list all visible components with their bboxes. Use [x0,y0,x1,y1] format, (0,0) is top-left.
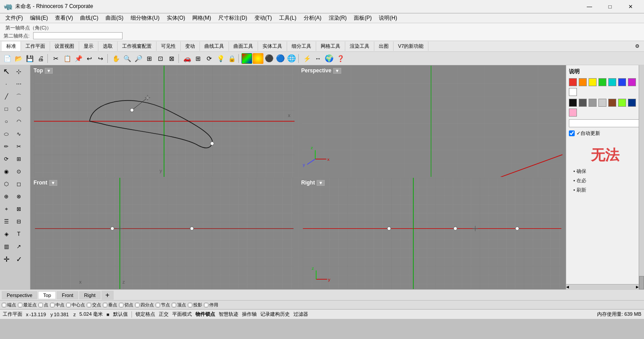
cylinder-tool[interactable]: ⌖ [0,203,13,215]
right-panel-search[interactable] [569,119,641,127]
swatch-lt-gray[interactable] [598,99,606,107]
light-icon[interactable]: 💡 [215,53,226,64]
tab-layout[interactable]: 出图 [374,42,394,51]
tab-visibility[interactable]: 可见性 [157,42,181,51]
viewport-top[interactable]: x y Top ▼ [30,65,298,177]
osnap-midpoint[interactable]: 中点 [50,302,64,308]
osnap-endpoint[interactable]: 端点 [2,302,16,308]
viewport-right[interactable]: y z Right ▼ [298,177,566,289]
pan-icon[interactable]: ✋ [110,53,121,64]
undo-icon[interactable]: ↩ [84,53,95,64]
perspective-viewport-dropdown[interactable]: ▼ [333,68,341,74]
minimize-button[interactable]: — [580,0,599,13]
hatch-tool[interactable]: ▥ [0,240,13,253]
view-tab-perspective[interactable]: Perspective [2,291,37,299]
menu-surface[interactable]: 曲面(S) [102,13,127,23]
swatch-pink[interactable] [569,109,577,117]
osnap-quad[interactable]: 四分点 [135,302,154,308]
osnap-knot[interactable]: 节点 [156,302,170,308]
osnap-perp[interactable]: 垂点 [103,302,117,308]
zoom-in-icon[interactable]: 🔍 [122,53,132,64]
arc-tool[interactable]: ◠ [13,115,25,128]
swatch-dk-gray[interactable] [579,99,587,107]
menu-render[interactable]: 渲染(R) [325,13,351,23]
auto-update-checkbox[interactable] [569,130,575,136]
view-tab-top[interactable]: Top [38,291,56,299]
move-gumball-tool[interactable]: ✛ [0,253,13,265]
multipoint-tool[interactable]: ⋯ [13,78,25,90]
trim-tool[interactable]: ✂ [13,140,25,153]
extrude-tool[interactable]: ◉ [0,165,13,178]
swatch-brown[interactable] [608,99,616,107]
redo-icon[interactable]: ↪ [95,53,106,64]
swatch-yellow[interactable] [589,78,597,86]
op-axis-btn[interactable]: 操作轴 [242,311,257,318]
osnap-nearest[interactable]: 最近点 [18,302,37,308]
swatch-gray[interactable] [589,99,597,107]
osnap-tan[interactable]: 切点 [119,302,133,308]
new-icon[interactable]: 📄 [2,53,13,64]
leader-tool[interactable]: ↗ [13,240,25,253]
tab-v7-new[interactable]: V7的新功能 [394,42,428,51]
open-icon[interactable]: 📂 [13,53,24,64]
line-tool[interactable]: ╱ [0,90,13,103]
rect-tool[interactable]: □ [0,103,13,115]
polygon-tool[interactable]: ⬡ [13,103,25,115]
world-icon[interactable]: 🌍 [324,53,335,64]
paste-icon[interactable]: 📌 [73,53,84,64]
tab-render-tools[interactable]: 渲染工具 [345,42,374,51]
osnap-point[interactable]: 点 [38,302,48,308]
menu-tools[interactable]: 工具(L) [275,13,300,23]
point-tool[interactable]: · [0,78,13,90]
scroll-right-icon[interactable]: ▶ [636,285,639,289]
tab-mesh-tools[interactable]: 网格工具 [316,42,345,51]
menu-mesh[interactable]: 网格(M) [189,13,215,23]
menu-view[interactable]: 查看(V) [51,13,76,23]
command-input[interactable] [33,32,123,39]
swatch-teal[interactable] [608,78,616,86]
transform2-icon[interactable]: ↔ [313,53,323,64]
view-tab-add[interactable]: + [102,291,114,300]
swatch-red[interactable] [569,78,577,86]
scrollbar-thumb[interactable] [639,276,644,289]
sphere2-tool[interactable]: ⊗ [13,190,25,203]
menu-analysis[interactable]: 分析(A) [300,13,325,23]
tab-curve-tools[interactable]: 曲线工具 [200,42,229,51]
select-tool-2[interactable]: ⊹ [13,65,25,78]
close-button[interactable]: ✕ [621,0,640,13]
sweep-tool[interactable]: ⬡ [0,178,13,190]
boolean2-tool[interactable]: ⊟ [13,215,25,228]
scroll-left-icon[interactable]: ◀ [566,285,569,289]
menu-subd[interactable]: 细分物体(U) [127,13,163,23]
color1-icon[interactable] [242,53,252,64]
material-icon[interactable]: 🔵 [275,53,286,64]
polyline-tool[interactable]: ⌒ [13,90,25,103]
print-icon[interactable]: 🖨 [35,53,46,64]
tab-transform[interactable]: 变动 [181,42,200,51]
menu-help[interactable]: 说明(H) [375,13,401,23]
tab-viewport-config[interactable]: 工作视窗配置 [118,42,157,51]
zoom-out-icon[interactable]: 🔎 [133,53,144,64]
lock-icon[interactable]: 🔒 [226,53,237,64]
help-icon[interactable]: ❓ [335,53,346,64]
viewport-perspective[interactable]: x z y Perspective ▼ [298,65,566,177]
snap-icon[interactable]: ⚡ [301,53,312,64]
curve-tool[interactable]: ∿ [13,128,25,140]
filter-btn[interactable]: 过滤器 [293,311,308,318]
ellipse-tool[interactable]: ⬭ [0,128,13,140]
object-snap-btn[interactable]: 物件锁点 [195,311,215,318]
record-btn[interactable]: 记录建构历史 [260,311,290,318]
osnap-vertex[interactable]: 顶点 [172,302,186,308]
car-icon[interactable]: 🚗 [182,53,192,64]
smart-track-btn[interactable]: 智慧轨迹 [219,311,238,318]
tab-surface-tools[interactable]: 曲面工具 [229,42,258,51]
array-tool[interactable]: ⊞ [13,153,25,165]
revolve-tool[interactable]: ◻ [13,178,25,190]
swatch-navy[interactable] [628,99,636,107]
swatch-blue[interactable] [618,78,626,86]
tab-setview[interactable]: 设置视图 [50,42,79,51]
swatch-green[interactable] [598,78,606,86]
mirror-tool[interactable]: ⟳ [0,153,13,165]
boolean-tool[interactable]: ☰ [0,215,13,228]
box-tool[interactable]: ⊕ [0,190,13,203]
